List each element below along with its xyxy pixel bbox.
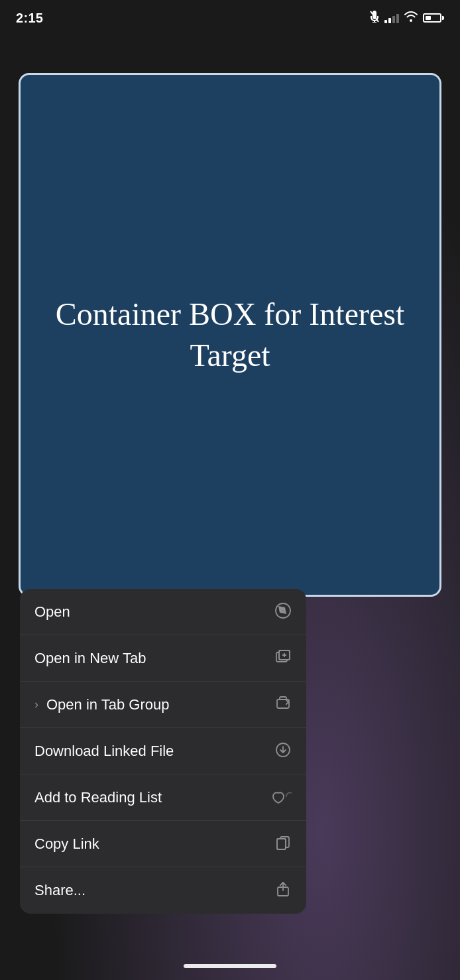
menu-item-download-linked-file[interactable]: Download Linked File — [20, 728, 306, 774]
share-icon — [274, 881, 292, 900]
container-box-text: Container BOX for Interest Target — [21, 280, 439, 390]
menu-item-add-reading-list[interactable]: Add to Reading List — [20, 774, 306, 821]
home-indicator — [184, 964, 276, 968]
battery-icon — [423, 13, 444, 23]
menu-item-open-label: Open — [34, 603, 70, 621]
menu-item-open-tab-group-label: Open in Tab Group — [46, 696, 170, 713]
menu-item-open-new-tab-label: Open in New Tab — [34, 650, 146, 667]
signal-bars-icon — [384, 13, 399, 23]
wifi-icon — [404, 11, 418, 25]
svg-point-5 — [282, 609, 284, 611]
copy-link-icon — [274, 834, 292, 854]
menu-item-copy-link-label: Copy Link — [34, 835, 99, 853]
reading-list-icon — [270, 788, 292, 808]
status-icons — [370, 11, 444, 25]
chevron-right-icon: › — [34, 698, 38, 711]
menu-item-open-new-tab[interactable]: Open in New Tab — [20, 635, 306, 682]
download-icon — [274, 741, 292, 761]
menu-item-open-tab-group[interactable]: › Open in Tab Group — [20, 682, 306, 728]
menu-item-download-linked-file-label: Download Linked File — [34, 743, 174, 760]
svg-rect-15 — [277, 839, 286, 849]
status-bar: 2:15 — [0, 0, 460, 36]
container-box: Container BOX for Interest Target — [19, 73, 441, 597]
menu-item-add-reading-list-label: Add to Reading List — [34, 789, 162, 806]
new-tab-icon — [274, 648, 292, 668]
mute-icon — [370, 11, 379, 25]
menu-item-copy-link[interactable]: Copy Link — [20, 821, 306, 867]
menu-item-share-label: Share... — [34, 882, 86, 899]
tab-group-icon — [274, 695, 292, 715]
status-time: 2:15 — [16, 11, 43, 26]
context-menu: Open Open in New Tab › Open — [20, 589, 306, 914]
compass-icon — [274, 602, 292, 622]
menu-item-share[interactable]: Share... — [20, 867, 306, 914]
menu-item-open[interactable]: Open — [20, 589, 306, 635]
